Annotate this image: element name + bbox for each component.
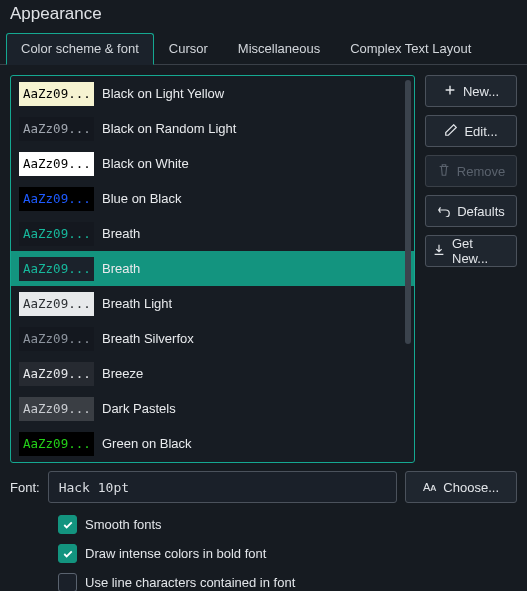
scheme-item[interactable]: AaZz09...Black on Light Yellow [11,76,414,111]
scheme-sample: AaZz09... [19,117,94,141]
font-label: Font: [10,480,40,495]
new-button[interactable]: New... [425,75,517,107]
scheme-item[interactable]: AaZz09...Blue on Black [11,181,414,216]
scheme-sample: AaZz09... [19,187,94,211]
scheme-item[interactable]: AaZz09...Breath Light [11,286,414,321]
scheme-label: Breeze [102,366,143,381]
checkbox-icon [58,573,77,591]
undo-icon [437,203,451,220]
plus-icon [443,83,457,100]
tab-miscellaneous[interactable]: Miscellaneous [223,33,335,65]
scheme-label: Blue on Black [102,191,182,206]
scheme-sample: AaZz09... [19,327,94,351]
get-new-button[interactable]: Get New... [425,235,517,267]
scheme-sample: AaZz09... [19,397,94,421]
scheme-sample: AaZz09... [19,222,94,246]
trash-icon [437,163,451,180]
tab-color-scheme-font[interactable]: Color scheme & font [6,33,154,65]
scheme-item[interactable]: AaZz09...Breath [11,216,414,251]
tab-cursor[interactable]: Cursor [154,33,223,65]
tab-complex-text-layout[interactable]: Complex Text Layout [335,33,486,65]
scheme-item[interactable]: AaZz09...Breath Silverfox [11,321,414,356]
scheme-item[interactable]: AaZz09...Breath [11,251,414,286]
scheme-actions: New... Edit... Remove Defaults Get New..… [425,75,517,463]
scheme-sample: AaZz09... [19,292,94,316]
scheme-label: Breath Light [102,296,172,311]
font-input[interactable]: Hack 10pt [48,471,397,503]
scheme-item[interactable]: AaZz09...Black on White [11,146,414,181]
scheme-item[interactable]: AaZz09...Green on Black [11,426,414,461]
scheme-sample: AaZz09... [19,152,94,176]
scheme-label: Dark Pastels [102,401,176,416]
checkbox-icon [58,515,77,534]
pencil-icon [444,123,458,140]
page-title: Appearance [0,0,527,32]
check-bold-intense[interactable]: Draw intense colors in bold font [58,544,517,563]
defaults-button[interactable]: Defaults [425,195,517,227]
scheme-sample: AaZz09... [19,257,94,281]
color-scheme-list[interactable]: AaZz09...Black on Light YellowAaZz09...B… [10,75,415,463]
scheme-item[interactable]: AaZz09...Black on Random Light [11,111,414,146]
edit-button[interactable]: Edit... [425,115,517,147]
scheme-label: Breath Silverfox [102,331,194,346]
scheme-sample: AaZz09... [19,432,94,456]
scheme-item[interactable]: AaZz09...Dark Pastels [11,391,414,426]
scheme-label: Breath [102,261,140,276]
check-smooth-fonts[interactable]: Smooth fonts [58,515,517,534]
checkbox-icon [58,544,77,563]
download-icon [432,243,446,260]
scheme-label: Black on White [102,156,189,171]
scheme-sample: AaZz09... [19,82,94,106]
scrollbar[interactable] [405,80,411,344]
scheme-sample: AaZz09... [19,362,94,386]
font-icon: Aᴀ [423,481,437,494]
scheme-label: Green on Black [102,436,192,451]
scheme-label: Black on Light Yellow [102,86,224,101]
scheme-item[interactable]: AaZz09...Breeze [11,356,414,391]
tab-strip: Color scheme & font Cursor Miscellaneous… [0,32,527,65]
check-line-characters[interactable]: Use line characters contained in font [58,573,517,591]
scheme-label: Black on Random Light [102,121,236,136]
choose-font-button[interactable]: Aᴀ Choose... [405,471,517,503]
remove-button: Remove [425,155,517,187]
scheme-label: Breath [102,226,140,241]
